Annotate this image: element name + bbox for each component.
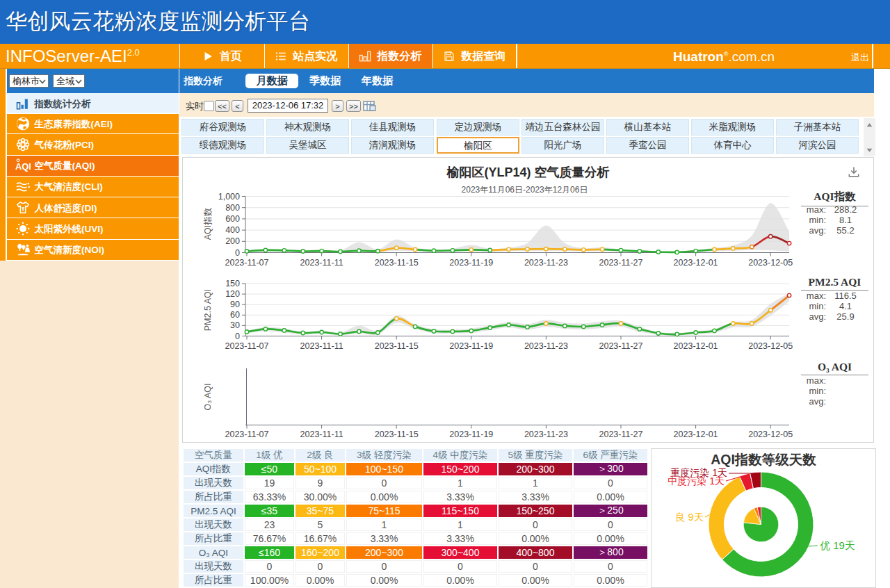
svg-text:1,000: 1,000 (218, 192, 240, 202)
svg-text:400: 400 (225, 225, 240, 235)
svg-text:2023-11-07: 2023-11-07 (225, 341, 268, 351)
svg-text:2023-11-27: 2023-11-27 (599, 341, 642, 351)
svg-text:良 9天: 良 9天 (675, 512, 704, 523)
svg-text:AQI: AQI (15, 162, 31, 172)
svg-text:O₃ AQI: O₃ AQI (203, 383, 213, 410)
svg-text:2023-11-11: 2023-11-11 (300, 430, 343, 439)
svg-text:优 19天: 优 19天 (820, 539, 855, 551)
svg-text:2023-11-27: 2023-11-27 (599, 258, 642, 268)
svg-text:2023-11-07: 2023-11-07 (225, 430, 268, 439)
svg-text:150: 150 (225, 279, 240, 288)
svg-text:90: 90 (230, 300, 240, 309)
svg-text:0: 0 (235, 248, 240, 258)
svg-text:0: 0 (235, 332, 240, 341)
svg-text:800: 800 (225, 203, 240, 213)
svg-text:2023-12-01: 2023-12-01 (674, 341, 718, 351)
svg-text:2023-11-19: 2023-11-19 (449, 258, 493, 268)
svg-text:2023-12-05: 2023-12-05 (748, 430, 793, 439)
svg-text:2023-12-05: 2023-12-05 (748, 341, 793, 351)
svg-text:200: 200 (225, 236, 240, 246)
svg-text:2023-12-01: 2023-12-01 (674, 430, 718, 439)
svg-text:2023-12-01: 2023-12-01 (674, 258, 718, 268)
svg-text:120: 120 (225, 289, 240, 299)
svg-text:2023-11-15: 2023-11-15 (375, 258, 419, 268)
svg-text:2023-11-15: 2023-11-15 (375, 341, 419, 351)
svg-text:2023-11-19: 2023-11-19 (449, 430, 493, 439)
svg-text:AQI指数: AQI指数 (203, 207, 213, 240)
svg-text:2023-11-11: 2023-11-11 (300, 341, 343, 351)
svg-text:30: 30 (230, 320, 240, 330)
svg-text:2023-11-19: 2023-11-19 (449, 341, 493, 351)
svg-text:PM2.5 AQI: PM2.5 AQI (203, 289, 213, 331)
svg-text:2023-11-27: 2023-11-27 (599, 430, 642, 439)
svg-text:2023-11-23: 2023-11-23 (524, 430, 568, 439)
svg-text:2023-11-23: 2023-11-23 (524, 341, 568, 351)
svg-text:2023-11-11: 2023-11-11 (300, 258, 343, 268)
svg-text:2023-11-15: 2023-11-15 (375, 430, 419, 439)
svg-text:中度污染 1天: 中度污染 1天 (668, 475, 725, 487)
svg-text:60: 60 (230, 310, 240, 320)
svg-text:2023-12-05: 2023-12-05 (748, 258, 793, 268)
svg-text:600: 600 (225, 214, 240, 224)
svg-text:2023-11-23: 2023-11-23 (524, 258, 568, 268)
svg-text:2023-11-07: 2023-11-07 (225, 258, 268, 268)
